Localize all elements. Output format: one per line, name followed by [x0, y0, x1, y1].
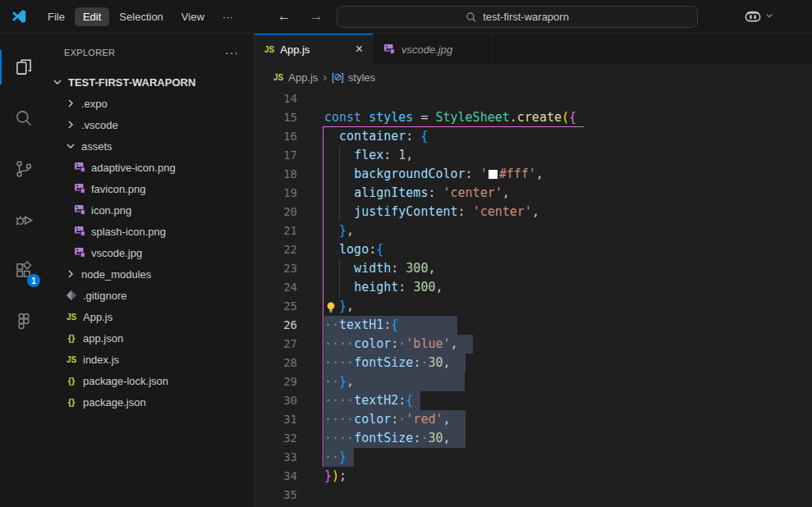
- line-content: justifyContent: 'center',: [324, 203, 539, 222]
- figma-icon: [14, 311, 34, 332]
- explorer-title: EXPLORER: [64, 48, 115, 57]
- chevron-right-icon: [64, 118, 77, 131]
- breadcrumb: JS App.js › [⊘] styles: [255, 65, 812, 89]
- breadcrumb-symbol[interactable]: styles: [348, 71, 375, 84]
- color-swatch: [489, 170, 498, 179]
- tree-item-label: index.js: [83, 354, 119, 366]
- tab-vscode-jpg[interactable]: vscode.jpg: [374, 34, 493, 65]
- close-icon[interactable]: ×: [352, 42, 366, 57]
- forward-button[interactable]: →: [310, 8, 323, 25]
- line-number: 22: [255, 240, 297, 259]
- code-line: 26··textH1:{: [255, 316, 812, 335]
- line-content: ··},: [324, 372, 465, 391]
- js-file-icon: JS: [273, 73, 283, 82]
- code-line: 19 alignItems: 'center',: [255, 184, 812, 203]
- figma-activity-button[interactable]: [0, 296, 48, 347]
- line-number: 15: [255, 108, 297, 127]
- tree-item-label: favicon.png: [91, 183, 146, 195]
- extensions-activity-button[interactable]: 1: [0, 245, 48, 296]
- code-line: 28····fontSize:·30,: [255, 354, 812, 372]
- tree-item-assets[interactable]: assets: [48, 135, 254, 157]
- line-content: const styles = StyleSheet.create({: [324, 108, 576, 127]
- git-icon: [64, 290, 79, 301]
- line-number: 32: [255, 429, 297, 448]
- line-number: 24: [255, 278, 297, 297]
- code-line: 14: [255, 89, 812, 108]
- tree-item-vscode-jpg[interactable]: vscode.jpg: [48, 242, 254, 263]
- tab-label: App.js: [280, 43, 346, 56]
- menu-selection[interactable]: Selection: [111, 7, 171, 26]
- command-center-search[interactable]: test-first-waraporn: [337, 6, 698, 28]
- back-button[interactable]: ←: [278, 8, 291, 25]
- tree-item-package-lock-json[interactable]: {}package-lock.json: [48, 370, 254, 391]
- tree-item-gitignore[interactable]: .gitignore: [48, 285, 254, 306]
- code-line: 25 },: [255, 297, 812, 316]
- tab-label: vscode.jpg: [401, 43, 485, 56]
- code-editor[interactable]: 1415const styles = StyleSheet.create({16…: [255, 89, 812, 507]
- tree-item-app-js[interactable]: JSApp.js: [48, 306, 254, 327]
- code-line: 27····color:·'blue',: [255, 335, 812, 354]
- editor-group: JSApp.js×vscode.jpg JS App.js › [⊘] styl…: [255, 34, 812, 507]
- line-content: backgroundColor: '#fff',: [324, 165, 544, 184]
- code-line: 33··}: [255, 448, 812, 467]
- tree-item-favicon-png[interactable]: favicon.png: [48, 178, 254, 199]
- line-number: 23: [255, 259, 297, 278]
- chevron-down-icon: [765, 11, 773, 20]
- line-number: 26: [255, 316, 297, 335]
- run-debug-activity-button[interactable]: [0, 194, 48, 245]
- tab-app-js[interactable]: JSApp.js×: [255, 34, 374, 65]
- breadcrumb-file[interactable]: App.js: [288, 71, 318, 84]
- menu-more[interactable]: ···: [214, 7, 241, 26]
- explorer-more-actions-button[interactable]: ···: [225, 46, 239, 59]
- code-line: 29··},: [255, 372, 812, 391]
- tree-item-package-json[interactable]: {}package.json: [48, 391, 254, 413]
- tree-item-label: vscode.jpg: [91, 247, 142, 259]
- menu-view[interactable]: View: [173, 7, 213, 26]
- tab-bar: JSApp.js×vscode.jpg: [255, 34, 812, 65]
- image-icon: [72, 183, 87, 194]
- line-content: ····color:·'blue',: [324, 335, 473, 354]
- tree-root-label: TEST-FIRST-WARAPORN: [68, 76, 195, 89]
- source-control-icon: [13, 158, 34, 180]
- tree-item-splash-icon-png[interactable]: splash-icon.png: [48, 221, 254, 242]
- file-tree: TEST-FIRST-WARAPORN .expo.vscodeassetsad…: [48, 71, 254, 413]
- tree-item-vscode[interactable]: .vscode: [48, 114, 254, 135]
- copilot-menu-button[interactable]: [743, 7, 773, 25]
- tree-item-icon-png[interactable]: icon.png: [48, 199, 254, 221]
- tree-item-index-js[interactable]: JSindex.js: [48, 349, 254, 370]
- line-content: ····textH2:{: [324, 391, 420, 410]
- tree-item-label: app.json: [83, 332, 123, 345]
- source-control-activity-button[interactable]: [0, 144, 48, 194]
- tree-item-expo[interactable]: .expo: [48, 93, 254, 114]
- line-content: logo:{: [324, 240, 383, 259]
- code-line: 18 backgroundColor: '#fff',: [255, 165, 812, 184]
- json-icon: {}: [64, 333, 79, 343]
- tree-item-label: package.json: [83, 396, 146, 409]
- line-content: container: {: [324, 127, 428, 146]
- tree-item-node-modules[interactable]: node_modules: [48, 263, 254, 285]
- line-number: 34: [255, 467, 297, 486]
- breadcrumb-separator: ›: [323, 71, 327, 84]
- search-value: test-first-waraporn: [483, 11, 569, 23]
- lightbulb-icon[interactable]: [325, 300, 337, 313]
- tree-item-app-json[interactable]: {}app.json: [48, 327, 254, 349]
- menu-edit[interactable]: Edit: [75, 7, 109, 26]
- menu-file[interactable]: File: [39, 7, 73, 26]
- tree-item-adaptive-icon-png[interactable]: adaptive-icon.png: [48, 157, 254, 178]
- line-number: 29: [255, 372, 297, 391]
- vscode-window: FileEditSelectionView··· ← → test-first-…: [0, 0, 812, 507]
- search-icon: [466, 11, 477, 23]
- explorer-activity-button[interactable]: [0, 42, 48, 93]
- tree-item-label: .expo: [81, 98, 108, 110]
- search-activity-button[interactable]: [0, 93, 48, 144]
- js-file-icon: JS: [264, 45, 274, 54]
- tree-root-test-first-waraporn[interactable]: TEST-FIRST-WARAPORN: [48, 71, 254, 93]
- code-line: 35: [255, 486, 812, 505]
- chevron-down-icon: [64, 139, 77, 153]
- line-number: 35: [255, 486, 297, 505]
- line-content: width: 300,: [324, 259, 435, 278]
- line-content: ··textH1:{: [324, 316, 457, 335]
- line-number: 33: [255, 448, 297, 467]
- line-number: 31: [255, 410, 297, 429]
- line-content: });: [324, 467, 346, 486]
